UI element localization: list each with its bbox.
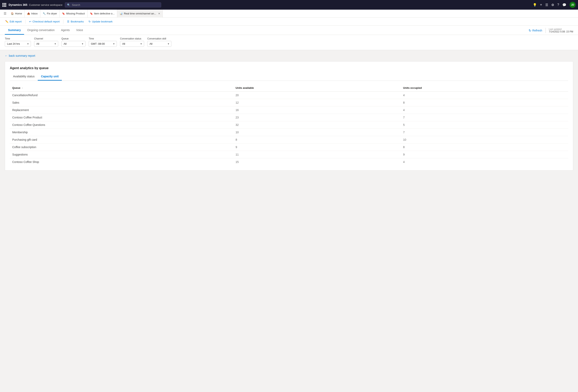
table-row: Suggestions 11 9: [10, 151, 568, 158]
tabbar: ☰ 🏠 Home 📥 Inbox 🔧 Fix dryer 🔖 Missing P…: [0, 10, 578, 18]
filter-time: Time Last 24 hrs ▾: [5, 37, 31, 47]
cell-units-available: 16: [233, 106, 401, 114]
chevron-down-icon-1: ▾: [27, 42, 29, 45]
cell-units-available: 12: [233, 99, 401, 106]
checkout-default-label: Checkout default report: [33, 20, 60, 23]
refresh-button[interactable]: ↻ Refresh: [529, 29, 542, 33]
filter-queue: Queue All ▾: [61, 37, 86, 47]
update-icon: ↻: [89, 20, 91, 23]
subtab-voice[interactable]: Voice: [73, 26, 86, 35]
cell-units-occupied: 4: [401, 92, 568, 99]
app-grid-icon[interactable]: [2, 3, 6, 7]
chevron-down-icon-5: ▾: [141, 42, 142, 45]
cell-queue: Replacement: [10, 106, 233, 114]
tab-missing-product[interactable]: 🔖 Missing Product: [60, 10, 87, 18]
tab-fix-dryer[interactable]: 🔧 Fix dryer: [40, 10, 60, 18]
tab-home[interactable]: 🏠 Home: [8, 10, 25, 18]
chart-icon: 📊: [120, 12, 123, 15]
filter-channel-select[interactable]: All ▾: [34, 41, 58, 47]
search-placeholder-text: Search: [72, 3, 80, 6]
cell-units-available: 9: [233, 144, 401, 151]
subtab-summary[interactable]: Summary: [5, 26, 24, 35]
filter-conv-status-select[interactable]: All ▾: [120, 41, 144, 47]
cell-units-occupied: 10: [401, 136, 568, 144]
subtab-agents[interactable]: Agents: [58, 26, 73, 35]
tab-inbox-label: Inbox: [31, 12, 38, 15]
filter-time2: Time GMT -08:00 ▾: [89, 37, 117, 47]
inner-tab-availability[interactable]: Availability status: [10, 73, 38, 80]
bookmark-icon-2: 🔖: [90, 12, 93, 15]
cell-units-available: 15: [233, 158, 401, 166]
tab-realtime[interactable]: 📊 Real time omnichannel an... ✕: [117, 10, 163, 18]
filter-time2-select[interactable]: GMT -08:00 ▾: [89, 41, 117, 47]
tab-inbox[interactable]: 📥 Inbox: [25, 10, 40, 18]
refresh-label: Refresh: [532, 29, 542, 32]
chat-icon[interactable]: 💬: [562, 3, 566, 7]
chevron-down-icon-2: ▾: [54, 42, 56, 45]
subtabs: Summary Ongoing conversation Agents Voic…: [5, 26, 86, 35]
col-queue[interactable]: Queue ↑: [10, 85, 233, 92]
filter-icon[interactable]: ☰: [545, 3, 548, 7]
filter-channel-label: Channel: [34, 37, 58, 40]
inner-tabs: Availability status Capacity unit: [10, 73, 568, 81]
dynamics-brand-text: Dynamics 365: [9, 3, 27, 6]
filter-time-label: Time: [5, 37, 31, 40]
cell-units-available: 20: [233, 92, 401, 99]
chevron-down-icon-3: ▾: [82, 42, 83, 45]
inner-tab-capacity-label: Capacity unit: [41, 75, 59, 78]
cell-units-occupied: 7: [401, 114, 568, 121]
filter-conv-status-value: All: [122, 42, 125, 45]
search-bar[interactable]: 🔍 Search: [65, 2, 161, 7]
analytics-card: Agent analytics by queue Availability st…: [5, 61, 573, 171]
lightbulb-icon[interactable]: 💡: [533, 3, 537, 7]
edit-report-button[interactable]: ✏️ Edit report: [3, 19, 24, 24]
tab-home-label: Home: [15, 12, 22, 15]
help-icon[interactable]: ?: [557, 3, 559, 7]
refresh-icon: ↻: [529, 29, 531, 33]
tab-missing-product-label: Missing Product: [66, 12, 85, 15]
table-row: Coffee subscription 9 8: [10, 144, 568, 151]
filter-conv-skill-label: Conversation skill: [147, 37, 171, 40]
filter-time2-value: GMT -08:00: [91, 42, 105, 45]
settings-icon[interactable]: ⚙: [551, 3, 554, 7]
checkout-icon: ↩: [29, 20, 31, 23]
inner-tab-capacity[interactable]: Capacity unit: [38, 73, 62, 80]
bookmarks-button[interactable]: ☰ Bookmarks: [65, 19, 86, 24]
back-link-text: back summary report: [9, 54, 35, 57]
back-link[interactable]: ← back summary report: [5, 54, 573, 57]
tab-close-icon[interactable]: ✕: [158, 12, 160, 15]
cell-queue: Contoso Coffee Questions: [10, 121, 233, 129]
cell-units-available: 11: [233, 151, 401, 158]
update-bookmark-button[interactable]: ↻ Update bookmark: [87, 19, 115, 24]
col-queue-label: Queue: [12, 86, 20, 89]
filter-queue-select[interactable]: All ▾: [61, 41, 86, 47]
filter-conv-skill-select[interactable]: All ▾: [147, 41, 171, 47]
cell-units-available: 32: [233, 121, 401, 129]
filter-channel-value: All: [36, 42, 39, 45]
home-icon: 🏠: [11, 12, 14, 15]
topbar: Dynamics 365 Customer service workspace …: [0, 0, 578, 10]
subtab-ongoing[interactable]: Ongoing conversation: [24, 26, 58, 35]
add-icon[interactable]: +: [540, 3, 542, 7]
cell-units-occupied: 5: [401, 121, 568, 129]
filter-time2-label: Time: [89, 37, 117, 40]
filter-time-select[interactable]: Last 24 hrs ▾: [5, 41, 31, 47]
search-icon: 🔍: [67, 3, 70, 6]
table-header-row: Queue ↑ Units available Units occupied: [10, 85, 568, 92]
avatar[interactable]: JD: [570, 2, 576, 8]
topbar-actions: 💡 + ☰ ⚙ ? 💬 JD: [533, 2, 576, 8]
table-row: Purchasing gift card 8 10: [10, 136, 568, 144]
app-name-text: Customer service workspace: [29, 3, 62, 6]
table-row: Replacement 16 4: [10, 106, 568, 114]
card-title: Agent analytics by queue: [10, 66, 568, 70]
cell-queue: Cancellation/Refund: [10, 92, 233, 99]
cell-units-available: 10: [233, 129, 401, 136]
cell-units-occupied: 8: [401, 99, 568, 106]
table-row: Sales 12 8: [10, 99, 568, 106]
sort-icon: ↑: [22, 87, 23, 89]
tabbar-menu[interactable]: ☰: [1, 12, 8, 15]
edit-icon: ✏️: [5, 20, 8, 23]
toolbar: ✏️ Edit report ↩ Checkout default report…: [0, 18, 578, 26]
checkout-default-button[interactable]: ↩ Checkout default report: [27, 19, 62, 24]
tab-item-defective[interactable]: 🔖 Item defective o...: [88, 10, 117, 18]
